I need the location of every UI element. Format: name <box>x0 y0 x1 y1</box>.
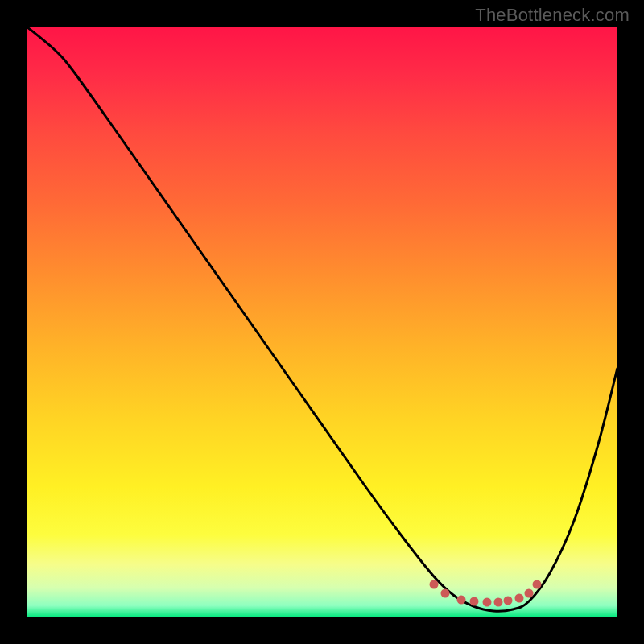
plateau-dot <box>483 598 492 607</box>
watermark-text: TheBottleneck.com <box>475 5 630 26</box>
plateau-dot <box>533 580 542 589</box>
plateau-dot <box>515 594 524 603</box>
plateau-dot <box>457 596 466 605</box>
plateau-dot <box>430 580 439 589</box>
plateau-dot <box>525 589 534 598</box>
marker-layer <box>27 27 617 617</box>
plateau-dot <box>470 597 479 606</box>
chart-stage: TheBottleneck.com <box>0 0 644 644</box>
plateau-dot <box>441 589 450 598</box>
plateau-dot <box>504 597 513 605</box>
chart-panel <box>27 27 617 617</box>
plateau-dot <box>494 598 503 607</box>
